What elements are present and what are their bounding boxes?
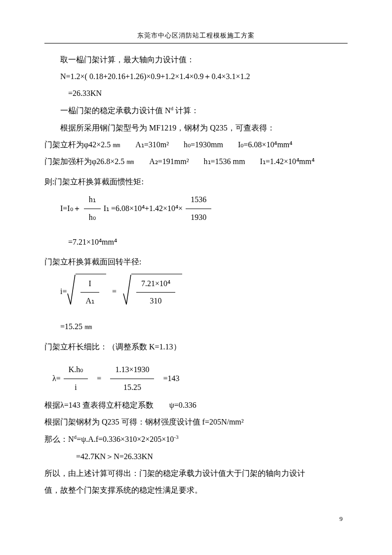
page-number: 9: [340, 513, 343, 525]
radicand: I A₁: [76, 274, 106, 310]
spec-row: 门架加强杆为φ26.8×2.5 ㎜ A₂=191mm² h₁=1536 mm I…: [44, 154, 348, 169]
fraction: 7.21×10⁴ 310: [136, 276, 175, 309]
equation-line: N=1.2×( 0.18+20.16+1.26)×0.9+1.2×1.4×0.9…: [44, 69, 348, 84]
sqrt: I A₁: [67, 274, 106, 310]
eq-left: λ=: [52, 371, 61, 386]
denominator: 1930: [186, 209, 211, 225]
text: 一榀门架的稳定承载力设计值 N: [60, 106, 171, 115]
text: 计算：: [173, 106, 199, 115]
equation-result: =15.25 ㎜: [44, 319, 348, 334]
numerator: 1.13×1930: [110, 362, 154, 379]
denominator: 15.25: [110, 379, 154, 395]
text-line: 那么：Nd=ψ.A.f=0.336×310×2×205×10-3: [44, 432, 348, 447]
text: 那么：N: [44, 435, 74, 443]
equation-block: i= I A₁ = 7.21×10⁴ 310: [44, 274, 348, 310]
spec-value: h₁=1536 mm: [204, 154, 245, 169]
text-line: 一榀门架的稳定承载力设计值 Nd 计算：: [44, 103, 348, 119]
text-line: 根据所采用钢门架型号为 MF1219，钢材为 Q235，可查表得：: [44, 121, 348, 135]
eq-mid: I₁ =6.08×10⁴+1.42×10⁴×: [104, 201, 183, 216]
denominator: A₁: [80, 293, 99, 308]
equation-block: I=I₀＋ h₁ h₀ I₁ =6.08×10⁴+1.42×10⁴× 1536 …: [44, 192, 348, 225]
equals: =: [97, 371, 101, 386]
equation-result: =7.21×10⁴mm⁴: [44, 235, 348, 250]
numerator: 1536: [186, 192, 211, 209]
numerator: h₁: [84, 192, 101, 209]
text-line: 所以，由上述计算可得出：门架的稳定承载力设计值大于门架的轴向力设计: [44, 466, 348, 481]
equation-result: =26.33KN: [44, 86, 348, 101]
equation-result: =42.7KN＞N=26.33KN: [44, 449, 348, 464]
denominator: h₀: [84, 209, 101, 225]
eq-left: I=I₀＋: [60, 201, 81, 216]
text: =ψ.A.f=0.336×310×2×205×10: [77, 435, 174, 443]
spec-label: 门架立杆为φ42×2.5 ㎜: [44, 137, 120, 152]
spec-row: 门架立杆为φ42×2.5 ㎜ A₁=310m² h₀=1930mm I₀=6.0…: [44, 137, 348, 152]
radicand: 7.21×10⁴ 310: [131, 274, 182, 310]
text-line: 门架立杆长细比：（调整系数 K=1.13）: [44, 340, 348, 354]
numerator: K.h₀: [64, 362, 88, 379]
sqrt: 7.21×10⁴ 310: [122, 274, 182, 310]
text-line: 取一榀门架计算，最大轴向力设计值：: [44, 52, 348, 67]
fraction: K.h₀ i: [64, 362, 88, 395]
superscript: -3: [174, 434, 178, 440]
text-line: 则:门架立杆换算截面惯性矩:: [44, 174, 348, 189]
text-line: 根据门架钢材为 Q235 可得：钢材强度设计值 f=205N/mm²: [44, 415, 348, 429]
spec-label: 门架加强杆为φ26.8×2.5 ㎜: [44, 154, 134, 169]
fraction: h₁ h₀: [84, 192, 101, 225]
numerator: 7.21×10⁴: [136, 276, 175, 293]
eq-left: i=: [60, 284, 67, 299]
page-header: 东莞市中心区消防站工程模板施工方案: [44, 30, 348, 43]
radical-icon: [122, 274, 131, 305]
equals: =: [112, 284, 117, 299]
numerator: I: [80, 276, 99, 293]
denominator: 310: [136, 293, 175, 308]
spec-value: A₁=310m²: [135, 137, 169, 152]
fraction: I A₁: [80, 276, 99, 309]
text-line: 门架立杆换算截面回转半径:: [44, 255, 348, 269]
radical-icon: [67, 274, 76, 305]
eq-result: =143: [163, 371, 179, 386]
equation-block: λ= K.h₀ i = 1.13×1930 15.25 =143: [44, 362, 348, 395]
text-line: 根据λ=143 查表得立杆稳定系数 ψ=0.336: [44, 398, 348, 413]
text-line: 值，故整个门架支撑系统的稳定性满足要求。: [44, 483, 348, 498]
spec-value: I₀=6.08×10⁴mm⁴: [238, 137, 292, 152]
denominator: i: [64, 379, 88, 395]
fraction: 1.13×1930 15.25: [110, 362, 154, 395]
spec-value: A₂=191mm²: [149, 154, 189, 169]
fraction: 1536 1930: [186, 192, 211, 225]
spec-value: I₁=1.42×10⁴mm⁴: [260, 154, 314, 169]
spec-value: h₀=1930mm: [184, 137, 223, 152]
